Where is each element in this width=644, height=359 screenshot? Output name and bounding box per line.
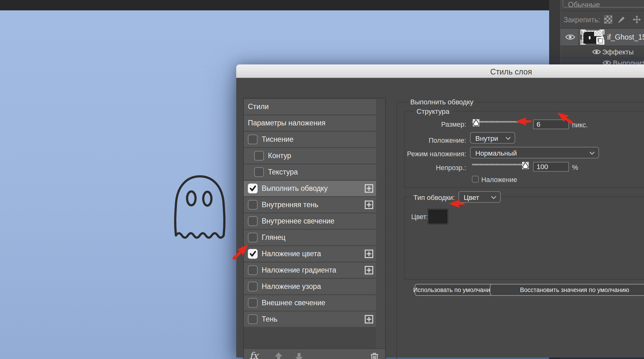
annotation-arrow-color-swatch	[449, 200, 466, 208]
layer-visibility-eye-icon[interactable]	[565, 34, 575, 41]
style-row-13[interactable]: Тень+	[244, 312, 376, 327]
style-row-label: Параметры наложения	[248, 119, 325, 127]
selection-bracket	[599, 40, 604, 45]
styles-list-box: СтилиПараметры наложенияТиснениеКонтурТе…	[243, 98, 386, 359]
size-label: Размер:	[405, 121, 466, 129]
overprint-checkbox[interactable]	[472, 176, 479, 183]
chevron-down-icon	[491, 196, 496, 199]
lock-label: Закрепить:	[564, 16, 600, 24]
add-effect-icon[interactable]: +	[365, 266, 373, 274]
lock-transparency-icon[interactable]	[604, 15, 612, 24]
move-effect-up-button[interactable]	[274, 352, 284, 359]
style-checkbox[interactable]	[248, 314, 258, 324]
selection-bracket	[581, 40, 586, 45]
style-checkbox-checked[interactable]	[248, 249, 258, 259]
style-row-label: Выполнить обводку	[262, 184, 328, 193]
fx-menu-button[interactable]: fx	[249, 350, 258, 359]
style-checkbox[interactable]	[248, 282, 258, 291]
style-checkbox-checked[interactable]	[248, 184, 258, 193]
add-effect-icon[interactable]: +	[365, 250, 373, 258]
opacity-slider-thumb[interactable]	[522, 162, 529, 169]
stroke-color-swatch[interactable]	[428, 209, 448, 224]
add-effect-icon[interactable]: +	[365, 201, 373, 209]
opacity-unit: %	[572, 164, 578, 172]
position-label: Положение:	[405, 137, 466, 145]
effects-row[interactable]: Эффекты	[560, 46, 644, 58]
style-row-label: Внутреннее свечение	[262, 217, 335, 225]
style-checkbox[interactable]	[248, 265, 258, 275]
style-checkbox[interactable]	[248, 200, 258, 210]
style-row-9[interactable]: Наложение цвета+	[244, 246, 376, 262]
style-row-label: Тиснение	[262, 135, 293, 144]
style-row-4[interactable]: Текстура	[244, 164, 376, 180]
style-row-label: Текстура	[268, 168, 298, 176]
dialog-title: Стиль слоя	[490, 67, 532, 76]
style-row-12[interactable]: Внешнее свечение	[244, 295, 376, 311]
dialog-titlebar[interactable]: Стиль слоя	[236, 64, 644, 78]
style-row-label: Наложение цвета	[262, 250, 321, 258]
style-checkbox[interactable]	[248, 233, 258, 242]
styles-list-scrollbar[interactable]	[376, 98, 385, 359]
reset-to-default-button[interactable]: Восстановить значения по умолчанию	[490, 284, 644, 296]
style-checkbox[interactable]	[248, 298, 258, 308]
style-row-label: Наложение узора	[262, 282, 321, 291]
style-row-label: Внутренняя тень	[262, 201, 318, 209]
lock-move-icon[interactable]	[633, 15, 641, 24]
add-effect-icon[interactable]: +	[365, 184, 373, 193]
opacity-slider[interactable]	[472, 161, 528, 169]
opacity-label: Непрозр.:	[405, 164, 466, 172]
lock-row: Закрепить:	[560, 11, 644, 28]
size-slider-thumb[interactable]	[473, 119, 479, 126]
styles-list-rows: СтилиПараметры наложенияТиснениеКонтурТе…	[244, 99, 376, 328]
blend-mode-value: Нормальный	[475, 149, 517, 157]
layer-style-dialog: Стиль слоя СтилиПараметры наложенияТисне…	[236, 64, 644, 357]
selection-bracket	[599, 30, 604, 35]
add-effect-icon[interactable]: +	[365, 315, 373, 323]
opacity-slider-track[interactable]	[472, 164, 528, 165]
blend-mode-label: Режим наложения:	[405, 150, 466, 158]
blend-mode-value: Обычные	[568, 1, 600, 9]
style-checkbox[interactable]	[254, 151, 264, 161]
stroke-type-value: Цвет	[464, 194, 479, 202]
opacity-input[interactable]	[533, 162, 569, 172]
effects-visibility-eye-icon[interactable]	[592, 49, 601, 55]
color-label: Цвет:	[411, 213, 428, 221]
ghost-artwork	[172, 173, 227, 240]
divider	[560, 10, 644, 11]
style-row-6[interactable]: Внутренняя тень+	[244, 197, 376, 213]
make-default-button[interactable]: Использовать по умолчанию	[415, 284, 493, 296]
move-effect-down-button[interactable]	[294, 352, 304, 359]
application-top-bar	[0, 0, 549, 10]
blend-mode-dropdown[interactable]: Обычные	[563, 0, 644, 8]
style-row-10[interactable]: Наложение градиента+	[244, 262, 376, 278]
style-checkbox[interactable]	[248, 216, 258, 226]
style-row-label: Стили	[248, 102, 269, 111]
style-checkbox[interactable]	[254, 167, 264, 177]
effects-label: Эффекты	[602, 48, 634, 56]
style-row-7[interactable]: Внутреннее свечение	[244, 213, 376, 229]
photoshop-screen: Обычные Закрепить:	[0, 0, 644, 359]
stroke-options-pane: Выполнить обводку Структура Размер: пикс…	[396, 102, 644, 359]
style-row-2[interactable]: Тиснение	[244, 132, 376, 147]
style-row-3[interactable]: Контур	[244, 148, 376, 163]
style-row-11[interactable]: Наложение узора	[244, 279, 376, 294]
layer-name[interactable]: if_Ghost_153	[607, 33, 644, 41]
layer-thumbnail[interactable]	[581, 30, 604, 45]
style-row-label: Внешнее свечение	[262, 299, 325, 307]
style-checkbox[interactable]	[248, 135, 258, 144]
style-row-5[interactable]: Выполнить обводку+	[244, 181, 376, 196]
structure-group-title: Структура	[414, 108, 452, 116]
stroke-effect-row-partial[interactable]: Выполнит	[560, 58, 644, 65]
section-title: Выполнить обводку	[407, 98, 476, 106]
style-row-label: Глянец	[262, 233, 286, 242]
style-row-0[interactable]: Стили	[244, 99, 376, 114]
position-dropdown[interactable]: Внутри	[470, 132, 515, 144]
styles-list-toolbar: fx	[244, 348, 385, 359]
style-row-1[interactable]: Параметры наложения	[244, 115, 376, 131]
blend-mode-dropdown-dialog[interactable]: Нормальный	[470, 147, 599, 158]
style-row-8[interactable]: Глянец	[244, 230, 376, 245]
layer-row-selected[interactable]: if_Ghost_153	[560, 29, 644, 46]
delete-effect-trash-button[interactable]	[369, 352, 379, 359]
style-row-label: Наложение градиента	[262, 266, 336, 274]
lock-brush-icon[interactable]	[617, 15, 625, 24]
